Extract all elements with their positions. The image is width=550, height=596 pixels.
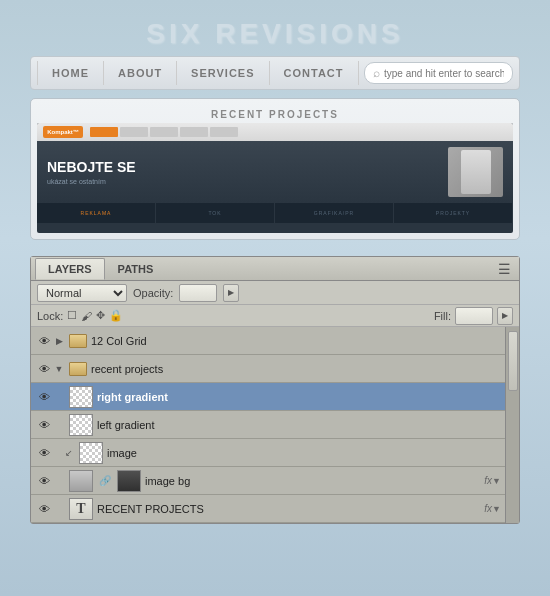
layer-row[interactable]: 👁 ▼ recent projects xyxy=(31,355,505,383)
wp-nav-5 xyxy=(210,127,238,137)
nav-bar: HOME ABOUT SERVICES CONTACT ⌕ xyxy=(30,56,520,90)
opacity-arrow[interactable]: ▶ xyxy=(223,284,239,302)
layer-row-selected[interactable]: 👁 right gradient xyxy=(31,383,505,411)
eye-icon[interactable]: 👁 xyxy=(35,360,53,378)
wp-headline-small: ukázat se ostatním xyxy=(47,178,438,185)
layer-row[interactable]: 👁 left gradient xyxy=(31,411,505,439)
eye-icon[interactable]: 👁 xyxy=(35,388,53,406)
search-icon: ⌕ xyxy=(373,66,380,80)
tab-paths[interactable]: PATHS xyxy=(105,258,167,280)
wp-footer-4: PROJEKTY xyxy=(394,203,513,223)
link-icon: 🔗 xyxy=(99,475,111,486)
wp-footer-1: REKLAMA xyxy=(37,203,156,223)
layers-tabs: LAYERS PATHS ☰ xyxy=(31,257,519,281)
nav-search-bar: ⌕ xyxy=(364,62,513,84)
layer-thumbnail: T xyxy=(69,498,93,520)
layers-menu-icon[interactable]: ☰ xyxy=(494,261,515,277)
expand-arrow[interactable]: ▶ xyxy=(53,336,65,346)
lock-lock-icon[interactable]: 🔒 xyxy=(109,309,123,322)
blend-row: Normal Opacity: 30% ▶ xyxy=(31,281,519,305)
nav-contact[interactable]: CONTACT xyxy=(270,61,359,85)
layer-name: image bg xyxy=(145,475,480,487)
wp-footer: REKLAMA TOK GRAFIKA/PR PROJEKTY xyxy=(37,203,513,223)
fill-input[interactable]: 100% xyxy=(455,307,493,325)
layer-thumbnail xyxy=(69,386,93,408)
layer-row[interactable]: 👁 T RECENT PROJECTS fx ▼ xyxy=(31,495,505,523)
fill-label: Fill: xyxy=(434,310,451,322)
layer-name: RECENT PROJECTS xyxy=(97,503,480,515)
recent-projects-label: RECENT PROJECTS xyxy=(37,105,513,123)
wp-nav-4 xyxy=(180,127,208,137)
folder-icon xyxy=(69,334,87,348)
layer-thumbnail xyxy=(69,470,93,492)
layer-row[interactable]: 👁 🔗 image bg fx ▼ xyxy=(31,467,505,495)
eye-icon[interactable]: 👁 xyxy=(35,472,53,490)
search-input[interactable] xyxy=(384,68,504,79)
wp-nav-items xyxy=(90,127,238,137)
wp-logo: Kompakt™ xyxy=(43,126,83,138)
wp-image-person xyxy=(461,150,491,194)
eye-icon[interactable]: 👁 xyxy=(35,444,53,462)
wp-headline-big: NEBOJTE SE xyxy=(47,159,438,176)
wp-footer-2: TOK xyxy=(156,203,275,223)
fill-arrow[interactable]: ▶ xyxy=(497,307,513,325)
eye-icon[interactable]: 👁 xyxy=(35,416,53,434)
fx-badge: fx xyxy=(484,475,492,486)
wp-nav-1 xyxy=(90,127,118,137)
nav-about[interactable]: ABOUT xyxy=(104,61,177,85)
lock-brush-icon[interactable]: 🖌 xyxy=(81,310,92,322)
layer-name: recent projects xyxy=(91,363,501,375)
layer-row[interactable]: 👁 ↙ image xyxy=(31,439,505,467)
layer-name: image xyxy=(107,447,501,459)
scroll-thumb[interactable] xyxy=(508,331,518,391)
blend-mode-select[interactable]: Normal xyxy=(37,284,127,302)
layer-thumbnail xyxy=(79,442,103,464)
nav-items: HOME ABOUT SERVICES CONTACT xyxy=(37,61,364,85)
website-preview: Kompakt™ NEBOJTE SE ukázat se ostatním xyxy=(37,123,513,233)
layers-list: 👁 ▶ 12 Col Grid 👁 ▼ recent projects 👁 ri… xyxy=(31,327,505,523)
eye-icon[interactable]: 👁 xyxy=(35,500,53,518)
layer-thumbnail xyxy=(69,414,93,436)
folder-icon xyxy=(69,362,87,376)
layer-name: 12 Col Grid xyxy=(91,335,501,347)
opacity-label: Opacity: xyxy=(133,287,173,299)
fx-arrow[interactable]: ▼ xyxy=(492,476,501,486)
nav-services[interactable]: SERVICES xyxy=(177,61,269,85)
wp-headline: NEBOJTE SE ukázat se ostatním xyxy=(47,159,438,185)
layer-collapse-icon: ↙ xyxy=(65,448,73,458)
wp-image xyxy=(448,147,503,197)
top-section: SIX REVISIONS HOME ABOUT SERVICES CONTAC… xyxy=(0,0,550,256)
eye-icon[interactable]: 👁 xyxy=(35,332,53,350)
scrollbar[interactable] xyxy=(505,327,519,523)
layers-list-container: 👁 ▶ 12 Col Grid 👁 ▼ recent projects 👁 ri… xyxy=(31,327,519,523)
expand-arrow[interactable]: ▼ xyxy=(53,364,65,374)
nav-home[interactable]: HOME xyxy=(37,61,104,85)
lock-box-icon[interactable]: ☐ xyxy=(67,309,77,322)
fx-badge: fx xyxy=(484,503,492,514)
opacity-input[interactable]: 30% xyxy=(179,284,217,302)
browser-preview: RECENT PROJECTS Kompakt™ NEBOJTE SE ukáz… xyxy=(30,98,520,240)
layer-name: left gradient xyxy=(97,419,501,431)
tab-layers[interactable]: LAYERS xyxy=(35,258,105,280)
layer-name: right gradient xyxy=(97,391,501,403)
wp-header: Kompakt™ xyxy=(37,123,513,141)
layers-panel: LAYERS PATHS ☰ Normal Opacity: 30% ▶ Loc… xyxy=(30,256,520,524)
wp-footer-3: GRAFIKA/PR xyxy=(275,203,394,223)
layer-row[interactable]: 👁 ▶ 12 Col Grid xyxy=(31,327,505,355)
wp-body: NEBOJTE SE ukázat se ostatním xyxy=(37,141,513,203)
layer-thumbnail-2 xyxy=(117,470,141,492)
wp-nav-2 xyxy=(120,127,148,137)
wp-nav-3 xyxy=(150,127,178,137)
fx-arrow[interactable]: ▼ xyxy=(492,504,501,514)
site-title: SIX REVISIONS xyxy=(30,10,520,56)
lock-label: Lock: xyxy=(37,310,63,322)
lock-row: Lock: ☐ 🖌 ✥ 🔒 Fill: 100% ▶ xyxy=(31,305,519,327)
lock-move-icon[interactable]: ✥ xyxy=(96,309,105,322)
